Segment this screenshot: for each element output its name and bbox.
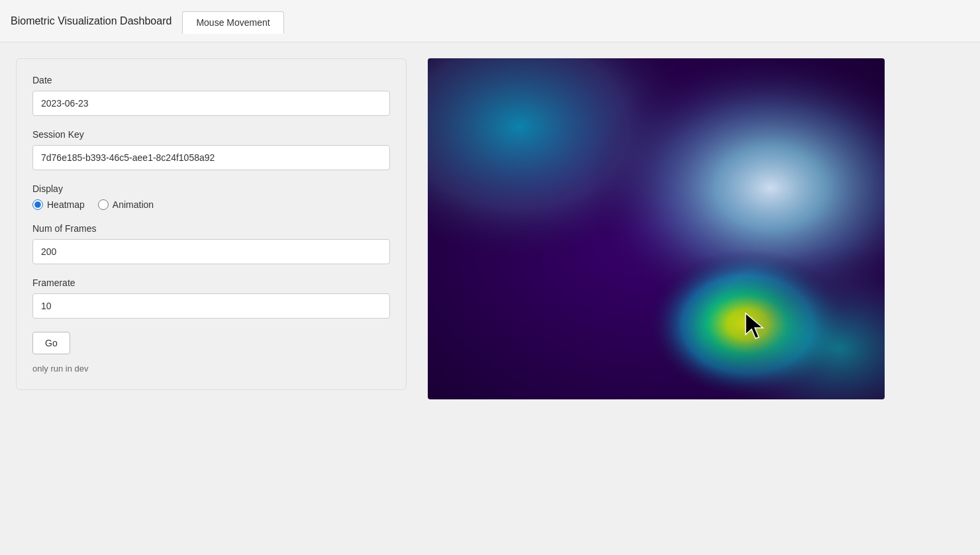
- heatmap-radio-text: Heatmap: [47, 199, 85, 210]
- num-frames-label: Num of Frames: [32, 223, 390, 234]
- main-content: Date Session Key Display Heatmap Animati…: [0, 42, 980, 415]
- heatmap-radio[interactable]: [32, 199, 43, 210]
- go-button[interactable]: Go: [32, 332, 70, 354]
- session-key-input[interactable]: [32, 145, 390, 170]
- session-key-group: Session Key: [32, 129, 390, 170]
- framerate-input[interactable]: [32, 293, 390, 319]
- heatmap-svg: [428, 58, 885, 399]
- heatmap-radio-label[interactable]: Heatmap: [32, 199, 85, 210]
- framerate-group: Framerate: [32, 278, 390, 319]
- framerate-label: Framerate: [32, 278, 390, 288]
- date-input[interactable]: [32, 91, 390, 116]
- heatmap-canvas: [428, 58, 885, 399]
- display-label: Display: [32, 183, 390, 194]
- visualization-panel: [428, 58, 964, 399]
- control-panel: Date Session Key Display Heatmap Animati…: [16, 58, 407, 390]
- animation-radio-text: Animation: [113, 199, 154, 210]
- svg-rect-4: [428, 58, 885, 399]
- animation-radio-label[interactable]: Animation: [98, 199, 154, 210]
- date-label: Date: [32, 75, 390, 85]
- num-frames-group: Num of Frames: [32, 223, 390, 264]
- display-radio-group: Heatmap Animation: [32, 199, 390, 210]
- animation-radio[interactable]: [98, 199, 109, 210]
- date-group: Date: [32, 75, 390, 116]
- dev-note: only run in dev: [32, 364, 390, 374]
- display-group: Display Heatmap Animation: [32, 183, 390, 210]
- tab-mouse-movement[interactable]: Mouse Movement: [182, 11, 283, 34]
- num-frames-input[interactable]: [32, 239, 390, 264]
- session-key-label: Session Key: [32, 129, 390, 140]
- header: Biometric Visualization Dashboard Mouse …: [0, 0, 980, 42]
- app-title: Biometric Visualization Dashboard: [11, 15, 172, 27]
